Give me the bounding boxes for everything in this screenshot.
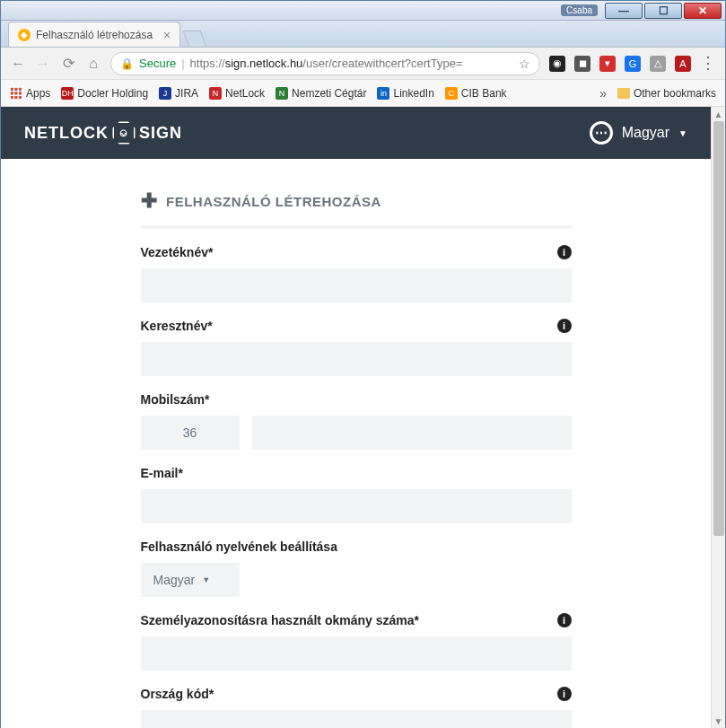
form-title-text: FELHASZNÁLÓ LÉTREHOZÁSA [166,194,381,209]
info-icon[interactable]: i [557,613,572,627]
firstname-input[interactable] [141,342,572,376]
back-button[interactable]: ← [10,56,26,72]
scroll-down-button[interactable]: ▼ [712,714,726,728]
tab-favicon: ◆ [18,29,31,41]
caret-down-icon: ▼ [202,575,210,584]
reload-button[interactable]: ⟳ [60,55,76,72]
vertical-scrollbar[interactable]: ▲ ▼ [711,107,725,728]
omnibox[interactable]: 🔒 Secure | https:// sign.netlock.hu /use… [110,52,540,75]
mobile-number-input[interactable] [252,416,572,450]
apps-label: Apps [26,87,50,100]
scroll-up-button[interactable]: ▲ [712,107,726,121]
mobile-label: Mobilszám* [141,392,210,407]
country-code-input[interactable] [141,710,572,728]
address-bar: ← → ⟳ ⌂ 🔒 Secure | https:// sign.netlock… [1,48,725,80]
browser-tab[interactable]: ◆ Felhasználó létrehozása × [8,22,180,47]
country-code-label: Ország kód* [141,687,214,701]
url-protocol: https:// [190,57,225,70]
window-maximize-button[interactable]: ☐ [644,3,682,19]
bookmark-item[interactable]: NNetLock [209,87,265,100]
bookmarks-bar: Apps DHDocler Holding JJIRA NNetLock NNe… [1,80,725,107]
window-close-button[interactable]: ✕ [684,3,722,19]
scrollbar-thumb[interactable] [713,121,724,536]
lastname-label: Vezetéknév* [141,245,214,259]
extension-icon[interactable]: ▾ [599,56,616,72]
user-language-value: Magyar [153,573,196,587]
id-doc-input[interactable] [141,636,572,671]
extension-icon[interactable]: G [625,56,641,72]
bookmark-overflow-button[interactable]: » [599,86,607,101]
scrollbar-track[interactable] [712,121,726,714]
bookmark-star-icon[interactable]: ☆ [519,57,530,71]
chat-bubble-icon: ⋯ [590,121,613,145]
divider [141,225,572,229]
app-header: NETLOCK ⎉ SIGN ⋯ Magyar ▼ [1,107,711,159]
home-button[interactable]: ⌂ [85,56,101,72]
bookmark-item[interactable]: NNemzeti Cégtár [276,87,366,100]
country-code-box[interactable]: 36 [141,416,240,450]
new-tab-button[interactable] [183,31,207,47]
language-label: Magyar [622,125,669,141]
plus-icon: ✚ [141,189,158,213]
user-language-label: Felhasználó nyelvének beállítása [141,539,337,554]
language-selector[interactable]: ⋯ Magyar ▼ [590,121,687,145]
email-input[interactable] [141,489,572,523]
tab-title: Felhasználó létrehozása [36,29,153,41]
other-bookmarks-button[interactable]: Other bookmarks [617,87,716,100]
window-titlebar: Csaba — ☐ ✕ [1,1,725,21]
window-minimize-button[interactable]: — [605,3,643,19]
extension-icon[interactable]: A [675,56,691,72]
logo-octagon-icon: ⎉ [112,121,136,145]
logo-text-right: SIGN [139,124,182,143]
info-icon[interactable]: i [557,687,572,701]
apps-button[interactable]: Apps [10,87,50,100]
bookmark-item[interactable]: inLinkedIn [377,87,433,100]
info-icon[interactable]: i [557,245,572,259]
lock-icon: 🔒 [120,57,134,70]
page-content: NETLOCK ⎉ SIGN ⋯ Magyar ▼ ✚ FELHASZNÁLÓ … [1,107,711,728]
browser-menu-button[interactable]: ⋮ [700,59,716,67]
url-path: /user/createwithcert?certType= [302,57,462,70]
email-label: E-mail* [141,466,183,480]
tab-strip: ◆ Felhasználó létrehozása × [1,21,725,48]
form-title: ✚ FELHASZNÁLÓ LÉTREHOZÁSA [141,189,572,213]
app-logo[interactable]: NETLOCK ⎉ SIGN [24,121,182,145]
secure-label: Secure [139,57,176,70]
user-language-select[interactable]: Magyar ▼ [141,563,240,597]
extension-icon[interactable]: ◉ [549,56,565,72]
tab-close-icon[interactable]: × [163,28,171,42]
lastname-input[interactable] [141,268,572,303]
folder-icon [617,88,630,99]
url-host: sign.netlock.hu [225,57,303,70]
bookmark-item[interactable]: JJIRA [159,87,198,100]
id-doc-label: Személyazonosításra használt okmány szám… [141,613,419,627]
caret-down-icon: ▼ [678,128,687,138]
extension-icon[interactable]: ◼ [574,56,590,72]
extension-icon[interactable]: △ [650,56,666,72]
user-badge: Csaba [561,4,598,16]
bookmark-item[interactable]: DHDocler Holding [61,87,148,100]
bookmark-item[interactable]: CCIB Bank [445,87,507,100]
apps-grid-icon [10,87,22,100]
forward-button[interactable]: → [35,56,51,72]
logo-text-left: NETLOCK [24,124,109,143]
info-icon[interactable]: i [557,319,572,333]
firstname-label: Keresztnév* [141,319,213,333]
